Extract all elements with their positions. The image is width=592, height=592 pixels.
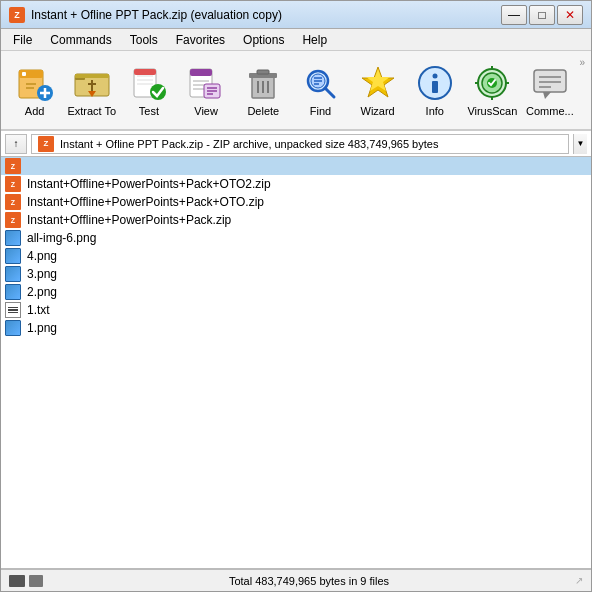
extract-button[interactable]: Extract To (64, 55, 119, 125)
table-row[interactable]: 1.png (1, 319, 591, 337)
delete-icon (243, 63, 283, 103)
menu-commands[interactable]: Commands (42, 31, 119, 49)
add-icon (15, 63, 55, 103)
view-label: View (194, 105, 218, 117)
info-icon (415, 63, 455, 103)
toolbar: Add Extract To (1, 51, 591, 131)
file-icon: Z (5, 194, 21, 210)
add-button[interactable]: Add (7, 55, 62, 125)
file-icon (5, 302, 21, 318)
table-row[interactable]: Z Instant+Offline+PowerPoints+Pack+OTO2.… (1, 175, 591, 193)
svg-rect-53 (534, 70, 566, 92)
file-icon (5, 230, 21, 246)
table-row[interactable]: 4.png (1, 247, 591, 265)
file-icon: Z (5, 212, 21, 228)
file-name: Instant+Offline+PowerPoints+Pack+OTO2.zi… (27, 177, 271, 191)
svg-rect-10 (75, 74, 109, 78)
png-icon (5, 248, 21, 264)
wizard-icon (358, 63, 398, 103)
window-controls: — □ ✕ (501, 5, 583, 25)
svg-rect-45 (432, 81, 438, 93)
zip-icon: Z (5, 158, 21, 174)
file-icon: Z (5, 176, 21, 192)
wizard-label: Wizard (361, 105, 395, 117)
comment-label: Comme... (526, 105, 574, 117)
file-name: 4.png (27, 249, 57, 263)
comment-icon (530, 63, 570, 103)
svg-line-37 (325, 88, 334, 97)
svg-point-44 (432, 74, 437, 79)
file-name: all-img-6.png (27, 231, 96, 245)
zip-icon: Z (5, 212, 21, 228)
test-label: Test (139, 105, 159, 117)
zip-icon: Z (5, 194, 21, 210)
status-text: Total 483,749,965 bytes in 9 files (51, 575, 567, 587)
table-row[interactable]: 2.png (1, 283, 591, 301)
table-row[interactable]: 1.txt (1, 301, 591, 319)
table-row[interactable]: all-img-6.png (1, 229, 591, 247)
wizard-button[interactable]: Wizard (350, 55, 405, 125)
view-button[interactable]: View (179, 55, 234, 125)
file-icon (5, 266, 21, 282)
maximize-button[interactable]: □ (529, 5, 555, 25)
address-text: Instant + Ofline PPT Pack.zip - ZIP arch… (60, 138, 438, 150)
comment-button[interactable]: Comme... (522, 55, 577, 125)
menu-help[interactable]: Help (294, 31, 335, 49)
test-icon (129, 63, 169, 103)
file-name: 3.png (27, 267, 57, 281)
svg-rect-31 (257, 70, 269, 74)
add-label: Add (25, 105, 45, 117)
virusscan-button[interactable]: VirusScan (464, 55, 520, 125)
menubar: File Commands Tools Favorites Options He… (1, 29, 591, 51)
file-name: Instant+Offline+PowerPoints+Pack.zip (27, 213, 231, 227)
svg-marker-57 (543, 92, 551, 99)
menu-options[interactable]: Options (235, 31, 292, 49)
main-window: Z Instant + Ofline PPT Pack.zip (evaluat… (0, 0, 592, 592)
png-icon (5, 230, 21, 246)
test-button[interactable]: Test (121, 55, 176, 125)
file-name: 1.png (27, 321, 57, 335)
minimize-button[interactable]: — (501, 5, 527, 25)
extract-label: Extract To (67, 105, 116, 117)
file-name: 2.png (27, 285, 57, 299)
file-icon (5, 284, 21, 300)
txt-icon (5, 302, 21, 318)
close-button[interactable]: ✕ (557, 5, 583, 25)
title-bar: Z Instant + Ofline PPT Pack.zip (evaluat… (1, 1, 591, 29)
view-icon (186, 63, 226, 103)
status-icons (9, 575, 43, 587)
find-label: Find (310, 105, 331, 117)
delete-button[interactable]: Delete (236, 55, 291, 125)
menu-tools[interactable]: Tools (122, 31, 166, 49)
info-button[interactable]: Info (407, 55, 462, 125)
png-icon (5, 266, 21, 282)
resize-grip: ↗ (575, 575, 583, 586)
virusscan-label: VirusScan (467, 105, 517, 117)
table-row[interactable]: Z (1, 157, 591, 175)
file-name: Instant+Offline+PowerPoints+Pack+OTO.zip (27, 195, 264, 209)
address-dropdown[interactable]: ▼ (573, 134, 587, 154)
app-icon: Z (9, 7, 25, 23)
file-list[interactable]: Z Z Instant+Offline+PowerPoints+Pack+OTO… (1, 157, 591, 569)
find-icon (300, 63, 340, 103)
table-row[interactable]: Z Instant+Offline+PowerPoints+Pack+OTO.z… (1, 193, 591, 211)
menu-favorites[interactable]: Favorites (168, 31, 233, 49)
statusbar: Total 483,749,965 bytes in 9 files ↗ (1, 569, 591, 591)
svg-rect-21 (190, 69, 212, 76)
png-icon (5, 320, 21, 336)
toolbar-more: » (579, 55, 585, 68)
table-row[interactable]: 3.png (1, 265, 591, 283)
status-icon-1 (9, 575, 25, 587)
file-icon (5, 320, 21, 336)
address-content: Z Instant + Ofline PPT Pack.zip - ZIP ar… (31, 134, 569, 154)
find-button[interactable]: Find (293, 55, 348, 125)
svg-rect-18 (134, 69, 156, 75)
info-label: Info (426, 105, 444, 117)
nav-up-button[interactable]: ↑ (5, 134, 27, 154)
file-icon (5, 248, 21, 264)
virusscan-icon (472, 63, 512, 103)
status-icon-2 (29, 575, 43, 587)
menu-file[interactable]: File (5, 31, 40, 49)
table-row[interactable]: Z Instant+Offline+PowerPoints+Pack.zip (1, 211, 591, 229)
addressbar: ↑ Z Instant + Ofline PPT Pack.zip - ZIP … (1, 131, 591, 157)
